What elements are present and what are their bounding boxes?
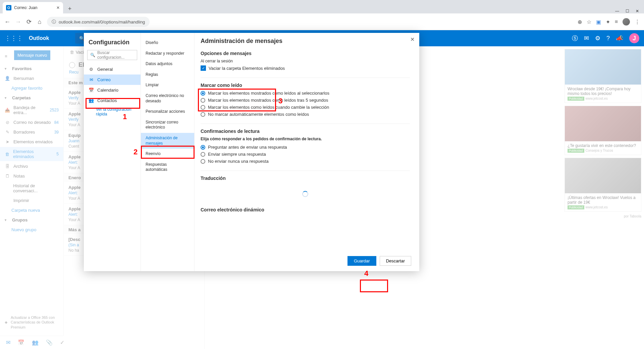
section-translation: Traducción	[201, 176, 410, 197]
checkbox-empty-deleted[interactable]: ✓ Vaciar la carpeta Elementos eliminados	[201, 65, 410, 71]
site-info-icon[interactable]: ⓘ	[52, 19, 56, 25]
radio-icon	[201, 105, 205, 110]
radio-markread-5s[interactable]: Marcar los elementos mostrados como leíd…	[201, 98, 410, 103]
megaphone-icon[interactable]: 📣	[616, 35, 623, 42]
settings-panel: Administración de mensajes Opciones de m…	[195, 33, 419, 271]
loading-spinner-icon	[302, 191, 308, 197]
section-heading: Traducción	[201, 176, 410, 181]
section-heading: Confirmaciones de lectura	[201, 129, 410, 134]
subnav-customize[interactable]: Personalizar acciones	[141, 106, 194, 117]
back-icon[interactable]: ←	[4, 18, 11, 26]
section-message-options: Opciones de mensajes Al cerrar la sesión…	[201, 51, 410, 71]
radio-receipt-never[interactable]: No enviar nunca una respuesta	[201, 159, 410, 164]
subnav-sweep[interactable]: Limpiar	[141, 80, 194, 91]
url-text: outlook.live.com/mail/0/options/mail/han…	[59, 19, 145, 24]
app-launcher-icon[interactable]: ⋮⋮⋮	[5, 35, 23, 42]
window-controls: — ☐ ✕	[615, 9, 644, 13]
user-avatar[interactable]: J	[629, 33, 639, 43]
settings-gear-icon[interactable]: ⚙	[595, 35, 600, 42]
nav-contacts[interactable]: 👥Contactos	[84, 95, 141, 106]
outlook-brand: Outlook	[29, 35, 49, 41]
nav-general[interactable]: ⚙General	[84, 64, 141, 74]
radio-icon	[201, 98, 205, 103]
search-icon: 🔍	[90, 53, 95, 57]
forward-icon[interactable]: →	[15, 18, 21, 26]
nav-mail[interactable]: ✉Correo	[84, 74, 141, 85]
maximize-icon[interactable]: ☐	[625, 9, 629, 13]
reading-list-icon[interactable]: ≡	[615, 19, 618, 25]
address-bar: ← → ⟳ ⌂ ⓘ outlook.live.com/mail/0/option…	[0, 13, 644, 30]
settings-nav-secondary: Diseño Redactar y responder Datos adjunt…	[141, 33, 195, 271]
people-icon: 👥	[89, 98, 94, 103]
url-field[interactable]: ⓘ outlook.live.com/mail/0/options/mail/h…	[47, 17, 150, 27]
tab-title: Correo: Juan	[14, 5, 37, 10]
mail-icon: ✉	[89, 77, 94, 82]
radio-icon	[201, 112, 205, 117]
panel-buttons: Guardar Descartar	[347, 256, 411, 266]
panel-title: Administración de mensajes	[201, 38, 410, 45]
subnav-design[interactable]: Diseño	[141, 38, 194, 48]
outbox-icon[interactable]: ✉	[584, 35, 589, 42]
reload-icon[interactable]: ⟳	[25, 18, 32, 26]
skype-icon[interactable]: ⓢ	[572, 34, 578, 42]
radio-icon	[201, 159, 205, 164]
checkbox-icon: ✓	[201, 65, 206, 71]
tab-strip: O Correo: Juan ✕ + — ☐ ✕	[0, 0, 644, 13]
nav-calendar[interactable]: 📅Calendario	[84, 85, 141, 95]
radio-markread-select[interactable]: Marcar los elementos mostrados como leíd…	[201, 91, 410, 96]
section-heading: Marcar como leído	[201, 83, 410, 88]
calendar-icon: 📅	[89, 88, 94, 93]
browser-tab[interactable]: O Correo: Juan ✕	[3, 2, 63, 13]
settings-search-input[interactable]: 🔍 Buscar configuracion...	[87, 50, 137, 60]
radio-receipt-always[interactable]: Enviar siempre una respuesta	[201, 152, 410, 157]
browser-menu-icon[interactable]: ⋮	[635, 19, 640, 25]
radio-receipt-ask[interactable]: Preguntar antes de enviar una respuesta	[201, 145, 410, 150]
section-dynamic-email: Correo electrónico dinámico	[201, 207, 410, 212]
radio-icon	[201, 152, 205, 157]
gear-icon: ⚙	[89, 67, 94, 72]
extensions-icon[interactable]: ✦	[606, 19, 610, 25]
profile-avatar[interactable]	[623, 18, 630, 26]
section-heading: Correo electrónico dinámico	[201, 207, 410, 212]
subnav-attachments[interactable]: Datos adjuntos	[141, 59, 194, 69]
receipt-help: Elija cómo responder a los pedidos de co…	[201, 137, 410, 141]
browser-chrome: O Correo: Juan ✕ + — ☐ ✕ ← → ⟳ ⌂ ⓘ outlo…	[0, 0, 644, 30]
star-icon[interactable]: ☆	[587, 19, 591, 25]
section-mark-read: Marcar como leído Marcar los elementos m…	[201, 83, 410, 117]
subnav-compose[interactable]: Redactar y responder	[141, 48, 194, 59]
cast-icon[interactable]: ▣	[596, 19, 601, 25]
quick-settings-link[interactable]: Ver la configuración rápida	[84, 106, 141, 118]
subnav-junk[interactable]: Correo electrónico no deseado	[141, 91, 194, 106]
section-read-receipts: Confirmaciones de lectura Elija cómo res…	[201, 129, 410, 164]
settings-nav-primary: Configuración 🔍 Buscar configuracion... …	[84, 33, 141, 271]
save-button[interactable]: Guardar	[347, 256, 376, 266]
settings-modal: ✕ Configuración 🔍 Buscar configuracion..…	[84, 33, 419, 271]
section-heading: Opciones de mensajes	[201, 51, 410, 56]
minimize-icon[interactable]: —	[615, 9, 619, 13]
subnav-rules[interactable]: Reglas	[141, 69, 194, 80]
subnav-sync[interactable]: Sincronizar correo electrónico	[141, 117, 194, 133]
home-icon[interactable]: ⌂	[36, 18, 43, 26]
discard-button[interactable]: Descartar	[380, 256, 411, 266]
radio-icon	[201, 91, 205, 96]
translate-icon[interactable]: ⊕	[578, 19, 582, 25]
help-icon[interactable]: ?	[606, 35, 610, 42]
close-tab-icon[interactable]: ✕	[56, 5, 60, 10]
subnav-forwarding[interactable]: Reenvío	[141, 149, 194, 159]
on-signout-label: Al cerrar la sesión	[201, 59, 410, 63]
subnav-autoreply[interactable]: Respuestas automáticas	[141, 159, 194, 175]
radio-markread-never[interactable]: No marcar automáticamente elementos como…	[201, 112, 410, 117]
new-tab-button[interactable]: +	[65, 4, 74, 13]
subnav-message-handling[interactable]: Administración de mensajes	[141, 133, 194, 149]
radio-markread-change[interactable]: Marcar los elementos como leídos cuando …	[201, 105, 410, 110]
outlook-favicon: O	[6, 5, 11, 10]
close-window-icon[interactable]: ✕	[635, 9, 639, 13]
settings-title: Configuración	[84, 38, 141, 50]
radio-icon	[201, 145, 205, 150]
